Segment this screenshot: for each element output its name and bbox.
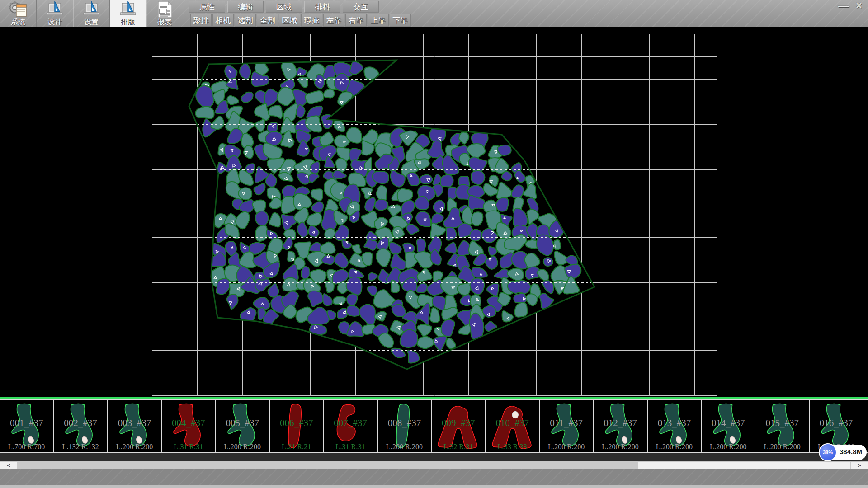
layout-icon xyxy=(118,1,138,18)
report-icon xyxy=(155,1,175,18)
menu-item-区域[interactable]: 区域 xyxy=(266,1,302,13)
piece-lr-count: L:21 R:21 xyxy=(270,443,323,451)
system-icon xyxy=(8,1,28,18)
app-window: 系统设计设置排版报表 属性编辑区域排料交互 聚排相机选割全割区域瑕疵左靠右靠上靠… xyxy=(0,0,868,488)
piece-lr-count: L:200 R:200 xyxy=(648,443,701,451)
tool-button-聚排[interactable]: 聚排 xyxy=(190,14,212,27)
main-tab-排版[interactable]: 排版 xyxy=(110,0,146,27)
piece-lr-count: L:200 R:200 xyxy=(216,443,269,451)
memory-percent-ball: 38% xyxy=(819,443,837,461)
main-tab-设置[interactable]: 设置 xyxy=(73,0,110,27)
piece-thumbnail[interactable]: 007_#37L:31 R:31 xyxy=(324,400,377,452)
piece-id-label: 001_#37 xyxy=(0,418,53,429)
piece-id-label: 005_#37 xyxy=(216,418,269,429)
strip-gap xyxy=(0,453,868,461)
scroll-left-button[interactable]: < xyxy=(0,462,17,469)
design-icon xyxy=(45,1,65,18)
menu-item-属性[interactable]: 属性 xyxy=(189,1,225,13)
piece-id-label: 004_#37 xyxy=(162,418,215,429)
piece-id-label: 011_#37 xyxy=(540,418,593,429)
tool-button-下靠[interactable]: 下靠 xyxy=(390,14,411,27)
main-tab-buttons: 系统设计设置排版报表 xyxy=(0,0,183,27)
minimize-button[interactable]: — xyxy=(837,0,850,11)
title-toolbar: 系统设计设置排版报表 属性编辑区域排料交互 聚排相机选割全割区域瑕疵左靠右靠上靠… xyxy=(0,0,868,27)
pieces-strip: 001_#37L:700 R:700002_#37L:132 R:132003_… xyxy=(0,397,868,461)
main-tab-label: 设计 xyxy=(47,18,62,26)
main-tab-报表[interactable]: 报表 xyxy=(146,0,183,27)
piece-id-label: 006_#37 xyxy=(270,418,323,429)
tool-button-左靠[interactable]: 左靠 xyxy=(323,14,344,27)
piece-lr-count: L:31 R:31 xyxy=(324,443,377,451)
piece-lr-count: L:31 R:31 xyxy=(162,443,215,451)
piece-lr-count: L:200 R:200 xyxy=(108,443,161,451)
piece-thumbnail[interactable]: 010_#37L:33 R:33 xyxy=(486,400,540,452)
piece-lr-count: L:200 R:200 xyxy=(378,443,431,451)
main-tab-label: 报表 xyxy=(157,18,172,26)
piece-thumbnail[interactable]: 003_#37L:200 R:200 xyxy=(108,400,162,452)
scroll-right-button[interactable]: > xyxy=(851,462,868,469)
piece-id-label: 002_#37 xyxy=(54,418,107,429)
main-tab-label: 设置 xyxy=(84,18,99,26)
piece-id-label: 012_#37 xyxy=(594,418,646,429)
piece-thumbnail[interactable]: 005_#37L:200 R:200 xyxy=(216,400,270,452)
piece-lr-count: L:200 R:200 xyxy=(594,443,646,451)
piece-thumbnail[interactable]: 011_#37L:200 R:200 xyxy=(540,400,594,452)
menu-item-编辑[interactable]: 编辑 xyxy=(227,1,264,13)
piece-id-label: 014_#37 xyxy=(702,418,755,429)
close-button[interactable]: ✕ xyxy=(853,0,865,11)
menu-row: 属性编辑区域排料交互 xyxy=(189,1,379,13)
piece-id-label: 007_#37 xyxy=(324,418,377,429)
status-bar xyxy=(0,469,868,485)
piece-lr-count: L:33 R:33 xyxy=(486,443,539,451)
tool-button-相机[interactable]: 相机 xyxy=(212,14,234,27)
piece-thumbnail-list: 001_#37L:700 R:700002_#37L:132 R:132003_… xyxy=(0,399,868,453)
tool-button-右靠[interactable]: 右靠 xyxy=(345,14,367,27)
nesting-canvas[interactable] xyxy=(0,27,868,397)
piece-thumbnail[interactable]: 012_#37L:200 R:200 xyxy=(594,400,647,452)
window-controls: — ✕ xyxy=(837,0,865,11)
piece-lr-count: L:200 R:200 xyxy=(702,443,755,451)
piece-id-label: 010_#37 xyxy=(486,418,539,429)
piece-thumbnail[interactable]: 016_#37L:200 R:200 xyxy=(810,400,863,452)
menu-item-排料[interactable]: 排料 xyxy=(304,1,340,13)
main-tab-系统[interactable]: 系统 xyxy=(0,0,37,27)
piece-id-label: 003_#37 xyxy=(108,418,161,429)
piece-thumbnail[interactable]: 014_#37L:200 R:200 xyxy=(702,400,755,452)
piece-id-label: 013_#37 xyxy=(648,418,701,429)
tool-button-上靠[interactable]: 上靠 xyxy=(368,14,389,27)
tool-button-全割[interactable]: 全割 xyxy=(257,14,278,27)
main-tab-label: 排版 xyxy=(121,18,135,26)
piece-lr-count: L:200 R:200 xyxy=(755,443,808,451)
tool-button-选割[interactable]: 选割 xyxy=(235,14,256,27)
piece-id-label: 016_#37 xyxy=(810,418,863,429)
tool-button-瑕疵[interactable]: 瑕疵 xyxy=(301,14,322,27)
piece-thumbnail[interactable]: 008_#37L:200 R:200 xyxy=(378,400,432,452)
piece-thumbnail[interactable]: 004_#37L:31 R:31 xyxy=(162,400,216,452)
piece-lr-count: L:200 R:200 xyxy=(540,443,593,451)
scrollbar-thumb[interactable] xyxy=(638,462,850,469)
horizontal-scrollbar[interactable]: < > xyxy=(0,461,868,469)
piece-lr-count: L:132 R:132 xyxy=(54,443,107,451)
main-tab-设计[interactable]: 设计 xyxy=(37,0,73,27)
tool-button-区域[interactable]: 区域 xyxy=(279,14,300,27)
piece-id-label: 0 xyxy=(863,418,868,429)
piece-thumbnail[interactable]: 0L: xyxy=(863,400,868,452)
piece-thumbnail[interactable]: 002_#37L:132 R:132 xyxy=(54,400,108,452)
tool-row: 聚排相机选割全割区域瑕疵左靠右靠上靠下靠 xyxy=(190,14,411,27)
piece-lr-count: L:32 R:31 xyxy=(432,443,485,451)
piece-id-label: 009_#37 xyxy=(432,418,485,429)
memory-value: 384.8M xyxy=(840,448,862,455)
bottom-edge xyxy=(0,485,868,488)
piece-thumbnail[interactable]: 001_#37L:700 R:700 xyxy=(0,400,54,452)
main-tab-label: 系统 xyxy=(11,18,25,26)
piece-thumbnail[interactable]: 013_#37L:200 R:200 xyxy=(648,400,702,452)
piece-lr-count: L:700 R:700 xyxy=(0,443,53,451)
piece-id-label: 015_#37 xyxy=(755,418,808,429)
memory-badge[interactable]: 38% 384.8M xyxy=(820,445,867,460)
menu-item-交互[interactable]: 交互 xyxy=(343,1,379,13)
settings-icon xyxy=(81,1,101,18)
piece-thumbnail[interactable]: 009_#37L:32 R:31 xyxy=(432,400,486,452)
piece-thumbnail[interactable]: 015_#37L:200 R:200 xyxy=(755,400,809,452)
piece-id-label: 008_#37 xyxy=(378,418,431,429)
piece-thumbnail[interactable]: 006_#37L:21 R:21 xyxy=(270,400,324,452)
